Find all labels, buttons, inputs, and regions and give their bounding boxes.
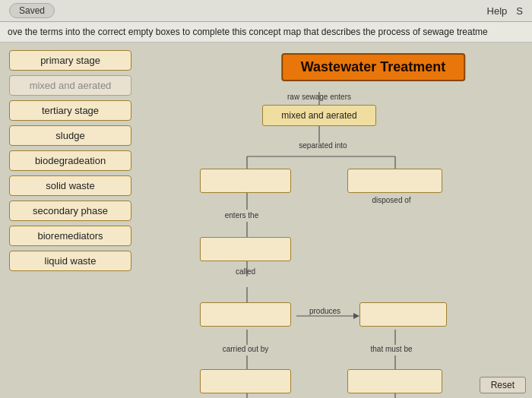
s-button[interactable]: S (516, 5, 523, 17)
disposed-of-label: disposed of (357, 196, 426, 204)
box3[interactable] (200, 237, 291, 261)
term-biodegrad[interactable]: biodegradeation (9, 150, 131, 171)
main-content: primary stage mixed and aerated tertiary… (0, 43, 532, 398)
term-mixed-aerated[interactable]: mixed and aerated (9, 75, 131, 96)
term-solid-waste[interactable]: solid waste (9, 175, 131, 196)
separated-into-label: separated into (285, 141, 361, 150)
term-liquid-waste[interactable]: liquid waste (9, 251, 131, 271)
called-label: called (223, 267, 268, 276)
top-bar-right: Help S (487, 5, 523, 17)
box1[interactable] (200, 169, 291, 193)
box2[interactable] (347, 169, 442, 193)
diagram-area: Wastewater Treatment (141, 43, 532, 398)
top-bar: Saved Help S (0, 0, 532, 22)
enters-the-label: enters the (207, 211, 276, 220)
box4[interactable] (200, 302, 291, 327)
box5[interactable] (359, 302, 447, 327)
terms-sidebar: primary stage mixed and aerated tertiary… (0, 43, 141, 398)
saved-badge: Saved (9, 3, 55, 18)
raw-sewage-label: raw sewage enters (281, 93, 357, 101)
term-sludge[interactable]: sludge (9, 125, 131, 146)
svg-marker-10 (353, 313, 359, 319)
instruction-bar: ove the terms into the correct empty box… (0, 22, 532, 43)
carried-out-by-label: carried out by (207, 345, 283, 353)
reset-button[interactable]: Reset (480, 377, 526, 393)
box6[interactable] (200, 369, 291, 393)
box7[interactable] (347, 369, 442, 393)
produces-label: produces (300, 307, 350, 315)
help-link[interactable]: Help (487, 5, 508, 17)
map-title: Wastewater Treatment (281, 53, 465, 81)
term-tertiary-stage[interactable]: tertiary stage (9, 100, 131, 121)
that-must-be-label: that must be (357, 345, 426, 353)
term-bioremediators[interactable]: bioremediators (9, 226, 131, 246)
term-secondary-phase[interactable]: secondary phase (9, 201, 131, 221)
mixed-aerated-box[interactable]: mixed and aerated (262, 105, 376, 126)
term-primary-stage[interactable]: primary stage (9, 50, 131, 71)
